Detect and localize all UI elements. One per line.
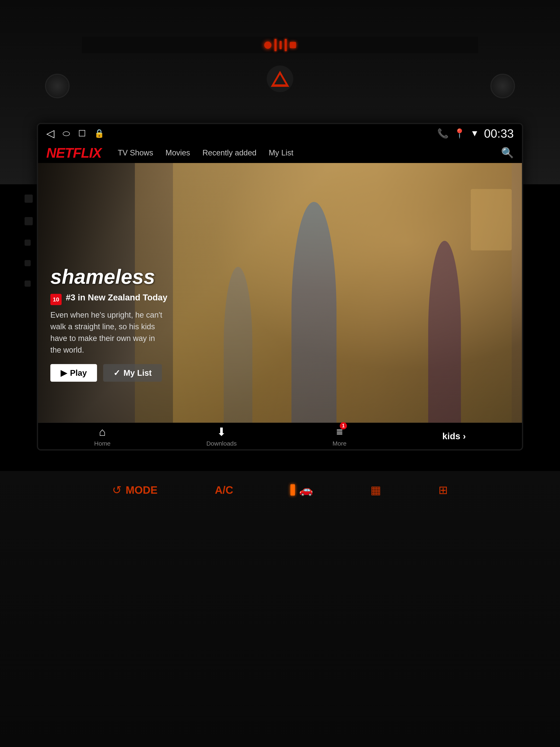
rear-defroster-icon: ▦ (371, 484, 381, 496)
tablet-screen: ◁ ⬭ ☐ 🔒 📞 📍 ▼ 00:33 NETFLIX TV Shows Mov… (37, 123, 523, 450)
netflix-navbar: NETFLIX TV Shows Movies Recently added M… (38, 143, 522, 163)
show-title: shameless (50, 265, 167, 288)
play-button[interactable]: ▶ Play (50, 364, 97, 382)
climate-controls-area: ↺ MODE A/C 🚗 ▦ ⊞ (0, 471, 560, 747)
mode-button[interactable]: ↺ MODE (112, 484, 158, 496)
hazard-button[interactable] (267, 66, 293, 92)
home-square-icon[interactable]: ☐ (78, 128, 86, 138)
hero-content-area: shameless 10 #3 in New Zealand Today Eve… (38, 163, 522, 423)
fan-control[interactable]: 🚗 (290, 483, 313, 496)
netflix-interface: NETFLIX TV Shows Movies Recently added M… (38, 143, 522, 449)
nav-movies[interactable]: Movies (166, 149, 190, 157)
volume-down-button[interactable] (25, 260, 31, 266)
lock-icon: 🔒 (94, 129, 104, 138)
ranking-text: #3 in New Zealand Today (66, 292, 167, 302)
recents-icon[interactable]: ⬭ (63, 128, 70, 138)
mode-icon: ↺ (112, 484, 122, 496)
play-label: Play (70, 368, 87, 378)
netflix-logo[interactable]: NETFLIX (46, 145, 101, 161)
nav-more[interactable]: ≡ 1 More (332, 425, 347, 447)
back-icon[interactable]: ◁ (46, 127, 54, 139)
seat-heater-icon: ⊞ (438, 484, 448, 496)
home-nav-label: Home (94, 440, 110, 447)
back-bezel-button[interactable] (25, 281, 31, 287)
nav-kids[interactable]: kids › (442, 431, 466, 441)
left-vent-knob (45, 74, 70, 98)
status-bar: ◁ ⬭ ☐ 🔒 📞 📍 ▼ 00:33 (38, 124, 522, 143)
phone-icon: 📞 (437, 128, 449, 139)
ac-button[interactable]: A/C (215, 484, 233, 496)
climate-top-row: ↺ MODE A/C 🚗 ▦ ⊞ (0, 483, 560, 496)
hero-text-overlay: shameless 10 #3 in New Zealand Today Eve… (50, 265, 167, 382)
more-nav-label: More (332, 440, 347, 447)
rear-defroster-button[interactable]: ▦ (371, 484, 381, 496)
mode-label: MODE (126, 484, 158, 496)
seat-heater-button[interactable]: ⊞ (438, 484, 448, 496)
status-time: 00:33 (484, 127, 514, 140)
search-icon[interactable]: 🔍 (501, 147, 514, 159)
download-icon: ⬇ (217, 425, 226, 438)
my-list-button[interactable]: ✓ My List (103, 364, 162, 382)
nav-tv-shows[interactable]: TV Shows (118, 149, 153, 157)
status-bar-right: 📞 📍 ▼ 00:33 (437, 127, 514, 140)
kids-label: kids › (442, 431, 466, 441)
downloads-nav-label: Downloads (206, 440, 237, 447)
indicator-light (290, 484, 295, 495)
show-description: Even when he's upright, he can't walk a … (50, 309, 165, 356)
nav-downloads[interactable]: ⬇ Downloads (206, 425, 237, 447)
checkmark-icon: ✓ (113, 368, 121, 378)
more-badge: 1 (340, 422, 347, 430)
home-icon: ⌂ (99, 425, 106, 438)
volume-up-button[interactable] (25, 217, 33, 225)
status-bar-left: ◁ ⬭ ☐ 🔒 (46, 127, 104, 139)
right-vent-knob (490, 74, 515, 98)
mylist-label: My List (124, 368, 152, 378)
home-bezel-button[interactable] (25, 239, 31, 246)
led-display-bar (82, 37, 478, 53)
rating-badge: 10 (50, 294, 62, 305)
power-button[interactable] (25, 195, 33, 203)
wifi-icon: ▼ (470, 128, 479, 138)
nav-recently-added[interactable]: Recently added (203, 149, 257, 157)
car-fan-icon: 🚗 (299, 483, 313, 496)
ranking-container: 10 #3 in New Zealand Today (50, 292, 167, 305)
rating-badge-text: 10 (53, 296, 59, 303)
hazard-triangle-icon (271, 71, 289, 87)
left-bezel-buttons (25, 195, 33, 287)
nav-home[interactable]: ⌂ Home (94, 425, 110, 447)
bottom-navigation: ⌂ Home ⬇ Downloads ≡ 1 More kids › (38, 423, 522, 449)
location-icon: 📍 (454, 128, 465, 139)
hero-characters (173, 163, 512, 423)
nav-my-list[interactable]: My List (269, 149, 293, 157)
play-icon: ▶ (60, 368, 67, 378)
ac-label: A/C (215, 484, 233, 496)
hero-buttons-row: ▶ Play ✓ My List (50, 364, 167, 382)
